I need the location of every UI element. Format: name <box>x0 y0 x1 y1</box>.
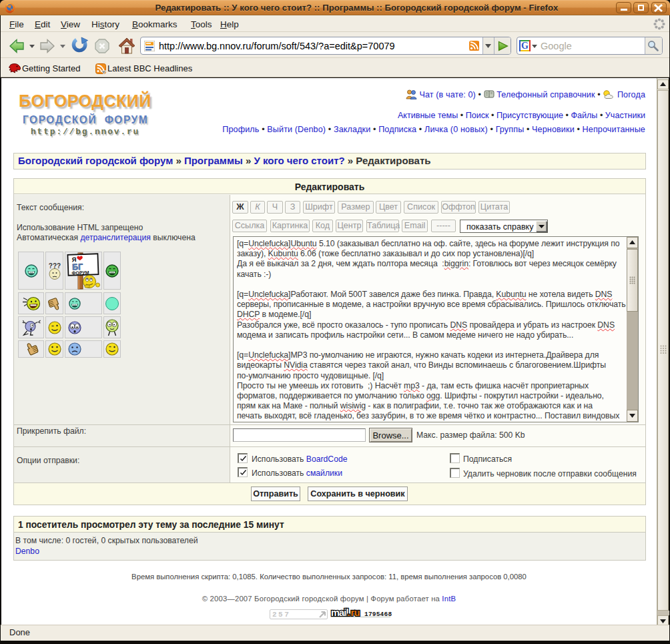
svg-text:ФОРУМ: ФОРУМ <box>71 270 89 275</box>
svg-text:???: ??? <box>48 262 60 269</box>
svg-text:G: G <box>521 41 529 51</box>
